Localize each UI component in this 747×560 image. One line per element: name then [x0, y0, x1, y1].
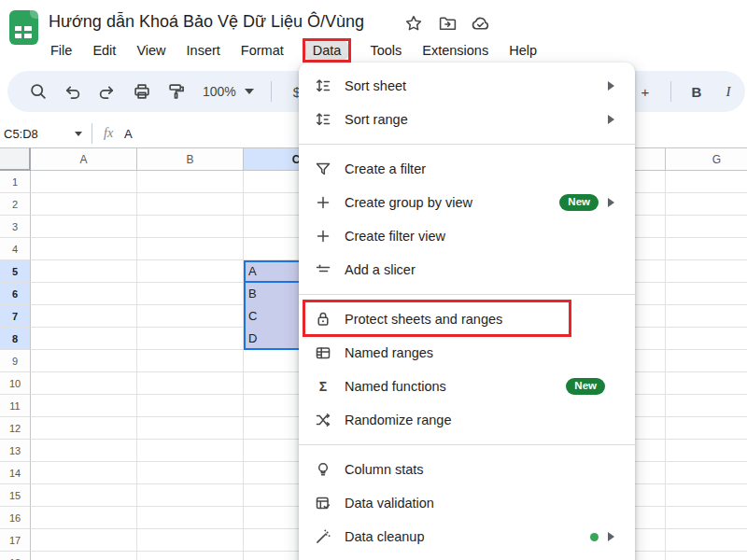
undo-button[interactable]: [55, 75, 90, 109]
row-header-5[interactable]: 5: [0, 260, 31, 283]
column-header-G[interactable]: G: [666, 147, 747, 171]
grid-cell[interactable]: [137, 350, 244, 372]
italic-button[interactable]: I: [712, 84, 744, 100]
grid-cell[interactable]: [31, 328, 137, 350]
row-header-12[interactable]: 12: [0, 417, 31, 440]
row-header-1[interactable]: 1: [0, 171, 31, 193]
row-header-2[interactable]: 2: [0, 193, 31, 216]
grid-cell[interactable]: [666, 171, 747, 193]
search-button[interactable]: [21, 75, 55, 109]
menu-item-data-validation[interactable]: Data validation: [299, 486, 635, 520]
grid-cell[interactable]: [666, 305, 747, 328]
grid-cell[interactable]: [666, 372, 747, 395]
move-folder-icon[interactable]: [437, 13, 458, 34]
grid-cell[interactable]: [31, 350, 137, 372]
row-header-7[interactable]: 7: [0, 305, 31, 328]
menu-item-data-cleanup[interactable]: Data cleanup: [299, 520, 635, 553]
grid-cell[interactable]: [666, 395, 747, 417]
row-header-9[interactable]: 9: [0, 350, 31, 372]
row-header-3[interactable]: 3: [0, 216, 31, 238]
menubar-item-tools[interactable]: Tools: [368, 41, 403, 60]
row-header-6[interactable]: 6: [0, 283, 31, 305]
grid-cell[interactable]: [666, 484, 747, 507]
grid-cell[interactable]: [31, 507, 137, 529]
menubar-item-insert[interactable]: Insert: [185, 41, 222, 60]
grid-cell[interactable]: [31, 193, 137, 216]
zoom-select[interactable]: 100%: [203, 84, 254, 99]
cloud-saved-icon[interactable]: [471, 13, 491, 34]
row-header-11[interactable]: 11: [0, 395, 31, 417]
cell-C8[interactable]: D: [248, 328, 257, 350]
grid-cell[interactable]: [137, 529, 244, 552]
paint-format-button[interactable]: [159, 75, 193, 109]
menu-item-sort-range[interactable]: Sort range: [299, 103, 635, 136]
grid-cell[interactable]: [31, 305, 137, 328]
document-title[interactable]: Hướng dẫn Khoá Bảo Vệ Dữ Liệu Ô/Vùng: [49, 12, 364, 32]
menubar-item-extensions[interactable]: Extensions: [420, 41, 490, 60]
cell-C6[interactable]: B: [248, 283, 257, 305]
row-header-4[interactable]: 4: [0, 238, 31, 260]
menu-item-column-stats[interactable]: Column stats: [299, 453, 635, 486]
grid-cell[interactable]: [137, 171, 244, 193]
grid-cell[interactable]: [31, 216, 137, 238]
menubar-item-format[interactable]: Format: [239, 41, 286, 60]
grid-cell[interactable]: [31, 552, 137, 560]
grid-cell[interactable]: [666, 238, 747, 260]
row-header-16[interactable]: 16: [0, 507, 31, 529]
grid-cell[interactable]: [31, 372, 137, 395]
menu-item-named-ranges[interactable]: Named ranges: [299, 336, 635, 370]
grid-cell[interactable]: [666, 440, 747, 462]
menu-item-create-group-by-view[interactable]: Create group by viewNew: [299, 186, 635, 219]
grid-cell[interactable]: [137, 216, 244, 238]
formula-input[interactable]: A: [124, 127, 133, 141]
menubar-item-help[interactable]: Help: [507, 41, 539, 60]
grid-cell[interactable]: [31, 529, 137, 552]
grid-cell[interactable]: [137, 440, 244, 462]
grid-cell[interactable]: [137, 395, 244, 417]
row-header-13[interactable]: 13: [0, 440, 31, 462]
bold-button[interactable]: B: [681, 84, 712, 100]
row-header-18[interactable]: 18: [0, 552, 31, 560]
menubar-item-view[interactable]: View: [134, 41, 167, 60]
row-header-15[interactable]: 15: [0, 484, 31, 507]
column-header-A[interactable]: A: [31, 147, 137, 171]
grid-cell[interactable]: [137, 462, 244, 484]
grid-cell[interactable]: [31, 395, 137, 417]
menu-item-add-a-slicer[interactable]: Add a slicer: [299, 253, 635, 287]
row-header-8[interactable]: 8: [0, 328, 31, 350]
grid-cell[interactable]: [31, 462, 137, 484]
grid-cell[interactable]: [666, 529, 747, 552]
menu-item-create-filter-view[interactable]: Create filter view: [299, 219, 635, 253]
grid-cell[interactable]: [137, 238, 244, 260]
grid-cell[interactable]: [31, 238, 137, 260]
grid-cell[interactable]: [137, 193, 244, 216]
menu-item-create-a-filter[interactable]: Create a filter: [299, 152, 635, 186]
star-icon[interactable]: [403, 13, 424, 34]
name-box[interactable]: C5:D8: [0, 127, 75, 141]
select-all-corner[interactable]: [0, 147, 31, 171]
grid-cell[interactable]: [31, 260, 137, 283]
grid-cell[interactable]: [31, 417, 137, 440]
grid-cell[interactable]: [666, 417, 747, 440]
row-header-17[interactable]: 17: [0, 529, 31, 552]
grid-cell[interactable]: [666, 507, 747, 529]
grid-cell[interactable]: [31, 171, 137, 193]
grid-cell[interactable]: [666, 193, 747, 216]
name-box-chevron-icon[interactable]: [75, 132, 82, 136]
grid-cell[interactable]: [666, 552, 747, 560]
grid-cell[interactable]: [137, 507, 244, 529]
grid-cell[interactable]: [666, 283, 747, 305]
grid-cell[interactable]: [31, 484, 137, 507]
row-header-14[interactable]: 14: [0, 462, 31, 484]
grid-cell[interactable]: [137, 372, 244, 395]
menubar-item-edit[interactable]: Edit: [91, 41, 118, 60]
grid-cell[interactable]: [666, 328, 747, 350]
column-header-B[interactable]: B: [137, 147, 244, 171]
grid-cell[interactable]: [137, 260, 244, 283]
grid-cell[interactable]: [666, 350, 747, 372]
grid-cell[interactable]: [137, 305, 244, 328]
menu-item-protect-sheets-and-ranges[interactable]: Protect sheets and ranges: [299, 302, 635, 336]
sheets-logo-icon[interactable]: [9, 10, 38, 45]
menu-item-randomize-range[interactable]: Randomize range: [299, 403, 635, 437]
grid-cell[interactable]: [137, 484, 244, 507]
